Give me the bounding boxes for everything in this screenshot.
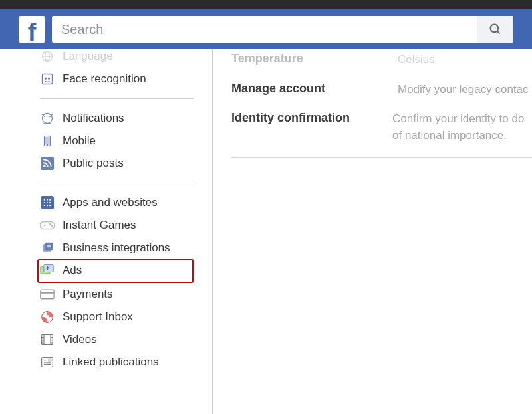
svg-rect-55 [49,359,51,361]
svg-point-25 [44,205,45,206]
svg-rect-16 [41,157,54,170]
svg-point-29 [51,225,53,227]
games-icon [40,218,55,233]
svg-point-41 [45,315,49,319]
svg-point-22 [44,202,45,203]
sidebar-item-label: Payments [63,288,113,301]
payments-icon [40,287,55,302]
sidebar-item-label: Language [63,50,113,63]
sidebar-item-label: Instant Games [63,219,136,232]
svg-point-23 [47,202,48,203]
main-header: f [0,9,532,49]
videos-icon [40,332,55,347]
support-icon [40,310,55,324]
svg-point-7 [49,78,50,79]
ads-highlight-box: f Ads [37,259,194,283]
setting-label: Temperature [231,52,398,68]
sidebar-item-label: Public posts [63,157,124,170]
settings-main-panel: Temperature Celsius Manage account Modif… [213,49,532,414]
sidebar-item-notifications[interactable]: Notifications [40,107,194,130]
svg-line-1 [497,31,499,34]
svg-point-26 [47,205,48,206]
ads-icon: f [40,263,55,278]
sidebar-item-label: Support Inbox [63,310,133,324]
svg-point-6 [45,78,47,79]
sidebar-item-linked-publications[interactable]: Linked publications [40,351,194,373]
setting-value: Modify your legacy contac [398,82,529,98]
globe-icon [40,49,55,64]
sidebar-item-label: Mobile [63,134,96,148]
svg-point-21 [49,199,51,201]
search-icon [489,23,502,36]
search-button[interactable] [477,16,513,43]
sidebar-item-label: Face recognition [63,72,146,86]
sidebar-item-business-integrations[interactable]: Business integrations [40,237,194,259]
apps-icon [40,195,55,210]
sidebar-item-payments[interactable]: Payments [40,283,194,306]
business-icon [40,241,55,255]
setting-value: Celsius [398,52,435,68]
sidebar-item-public-posts[interactable]: Public posts [40,152,194,175]
svg-rect-38 [41,290,54,299]
sidebar-item-label: Ads [63,264,82,277]
svg-rect-14 [45,138,49,144]
svg-point-15 [47,144,48,146]
face-icon [40,72,55,86]
svg-point-19 [44,199,45,201]
svg-point-8 [43,114,53,124]
facebook-logo[interactable]: f [19,16,45,43]
sidebar-item-label: Notifications [63,112,124,125]
svg-point-20 [47,199,48,201]
svg-point-17 [43,165,45,167]
setting-value: Confirm your identity to do of national … [392,111,532,144]
publications-icon [40,355,55,369]
svg-rect-36 [44,265,53,272]
svg-point-28 [50,223,51,225]
rss-icon [40,156,55,171]
main-divider [231,157,532,158]
sidebar-item-language[interactable]: Language [40,45,194,68]
setting-row-manage-account[interactable]: Manage account Modify your legacy contac [231,75,532,105]
sidebar-divider [40,183,194,183]
setting-row-temperature[interactable]: Temperature Celsius [231,45,532,75]
setting-label: Identity confirmation [231,111,392,144]
sidebar-item-face-recognition[interactable]: Face recognition [40,68,194,90]
search-input[interactable] [52,16,477,43]
sidebar-item-videos[interactable]: Videos [40,328,194,351]
setting-label: Manage account [231,82,398,98]
search-bar [52,16,513,43]
sidebar-item-mobile[interactable]: Mobile [40,130,194,152]
sidebar-item-apps-websites[interactable]: Apps and websites [40,191,194,214]
sidebar-item-label: Videos [63,333,97,346]
sidebar-item-instant-games[interactable]: Instant Games [40,214,194,237]
sidebar-item-label: Business integrations [63,241,170,255]
mobile-icon [40,134,55,148]
svg-point-0 [490,25,498,33]
sidebar-item-support-inbox[interactable]: Support Inbox [40,306,194,328]
svg-text:f: f [47,265,49,272]
sidebar-item-ads[interactable]: f Ads [40,260,82,280]
sidebar-item-label: Linked publications [63,356,159,369]
notifications-icon [40,111,55,126]
svg-point-24 [49,202,51,203]
settings-sidebar: Language Face recognition Notifications … [0,49,213,414]
svg-rect-34 [47,245,51,247]
sidebar-item-label: Apps and websites [63,196,158,209]
svg-point-27 [49,205,51,206]
browser-top-strip [0,0,532,9]
sidebar-divider [40,98,194,99]
setting-row-identity-confirmation[interactable]: Identity confirmation Confirm your ident… [231,104,532,150]
